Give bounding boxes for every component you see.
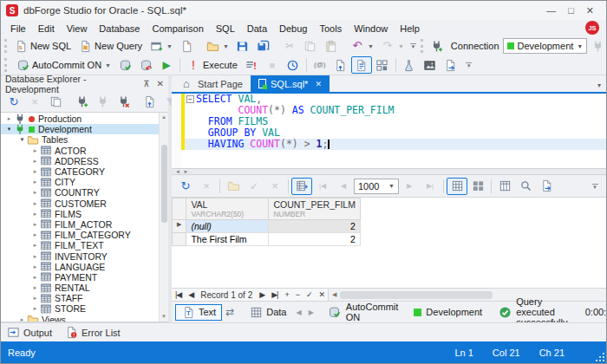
tree-item-payment[interactable]: ▸PAYMENT [1,272,159,283]
autocommit-toggle-button[interactable]: AutoCommit ON▼ [12,56,114,74]
tree-item-category[interactable]: ▸CATEGORY [1,166,159,177]
menu-sql[interactable]: SQL [210,22,241,36]
cancel-edits-button[interactable]: × [264,178,285,195]
menu-edit[interactable]: Edit [32,22,61,36]
pagination-toggle-button[interactable] [291,178,312,195]
new-document-button[interactable]: * [176,37,197,55]
scroll-thumb[interactable] [161,145,167,223]
tab-start-page[interactable]: ⌂Start Page [172,75,251,92]
new-connection-button[interactable] [427,37,447,55]
horizontal-splitter[interactable]: ◄ ► [172,168,606,175]
tab-list-icon[interactable]: ▾ [597,81,606,92]
connect-button[interactable] [92,94,113,111]
grid-cell[interactable]: (null) [186,220,269,233]
prev-result-icon[interactable]: ◀ [293,309,305,316]
menu-database[interactable]: Database [93,22,146,36]
swap-views-icon[interactable]: ⇄ [222,306,238,318]
refresh-data-button[interactable]: ↻ [175,178,196,195]
rollback-button[interactable]: ↶ [135,56,156,74]
stop-fetch-button[interactable]: × [196,178,217,195]
close-tab-icon[interactable]: ✕ [315,80,322,88]
stop-button[interactable]: ■ [262,56,283,74]
prev-record-icon[interactable]: ◀ [185,290,197,299]
column-header-count_per_film[interactable]: COUNT_PER_FILMNUMBER [269,198,361,220]
tree-item-store[interactable]: ▸STORE [1,303,159,314]
toolbar-overflow-icon[interactable]: ▼ [590,184,600,189]
snippet-manager-button[interactable]: (@) [310,56,330,74]
pin-icon[interactable]: ⊼ [143,79,149,88]
column-header-val[interactable]: VALVARCHAR2(50) [186,198,269,220]
document-outline-button[interactable] [351,56,372,74]
maximize-button[interactable]: □ [568,4,574,16]
tab-sql-sql-[interactable]: SQL.sql*✕ [251,75,330,92]
scroll-up-icon[interactable]: ▲ [161,113,166,122]
tree-item-city[interactable]: ▸CITY [1,177,159,187]
commit-button[interactable] [114,56,135,74]
menu-file[interactable]: File [4,22,32,36]
tree-item-customer[interactable]: ▸CUSTOMER [1,198,159,209]
close-button[interactable]: ✕ [586,4,594,16]
first-record-icon[interactable]: |◀ [172,290,185,299]
toolbar-grip[interactable] [4,39,7,53]
row-indicator[interactable] [173,233,186,246]
last-record-icon[interactable]: ▶| [268,290,281,299]
scroll-down-icon[interactable]: ▼ [161,312,166,322]
save-button[interactable] [232,37,253,55]
row-indicator[interactable]: ▶ [173,220,186,233]
copy-button[interactable] [300,37,321,55]
post-edit-icon[interactable]: ✓ [303,290,316,299]
tree-scrollbar[interactable]: ▲ ▼ [159,113,168,322]
next-page-button[interactable]: ▶ [399,178,420,195]
tree-item-film-text[interactable]: ▸FILM_TEXT [1,240,159,250]
new-window-button[interactable]: ▼ [146,37,176,55]
insert-record-icon[interactable]: + [281,290,291,299]
column-visibility-button[interactable] [494,178,515,195]
toolbar-grip[interactable] [4,58,9,72]
tree-item-staff[interactable]: ▸STAFF [1,293,159,303]
paste-button[interactable] [321,37,342,55]
menu-help[interactable]: Help [394,22,426,36]
tree-item-film-actor[interactable]: ▸FILM_ACTOR [1,219,159,230]
tree-item-films[interactable]: ▸FILMS [1,209,159,219]
page-size-select[interactable]: 1000▼ [354,179,399,194]
run-button[interactable]: ▶ [156,56,177,74]
apply-edits-button[interactable]: ✓ [244,178,264,195]
toolbar-overflow-icon[interactable]: ▼ [464,62,474,68]
new-sql-button[interactable]: SNew SQL [10,37,75,55]
menu-window[interactable]: Window [348,22,394,36]
cut-button[interactable]: ✂ [279,37,300,55]
toolbar-overflow-icon[interactable]: ▼ [410,43,416,49]
data-view-tab[interactable]: Data [243,304,292,321]
scroll-left-icon[interactable]: ◀ [329,291,340,298]
tree-item-film-category[interactable]: ▸FILM_CATEGORY [1,230,159,240]
menu-tools[interactable]: Tools [313,22,348,36]
next-record-icon[interactable]: ▶ [256,290,268,299]
find-in-grid-button[interactable] [515,178,536,195]
first-page-button[interactable]: |◀ [312,178,333,195]
tree-item-views[interactable]: ▸Views [1,315,159,322]
refresh-button[interactable]: ↻ [3,94,24,111]
refresh-object-button[interactable] [139,94,160,111]
tree-item-address[interactable]: ▸ADDRESS [1,156,159,166]
menu-data[interactable]: Data [241,22,273,36]
next-result-icon[interactable]: ▶ [305,309,317,316]
duplicate-button[interactable] [45,94,66,111]
minimize-button[interactable]: — [546,4,556,16]
tree-item-rental[interactable]: ▸RENTAL [1,283,159,293]
menu-view[interactable]: View [61,22,94,36]
grid-cell[interactable]: 2 [269,220,361,233]
connect-button[interactable] [587,37,607,55]
tree-item-language[interactable]: ▸LANGUAGE [1,262,159,272]
cancel-edit-icon[interactable]: ✕ [316,290,329,299]
grid-cell[interactable]: 2 [269,233,361,246]
text-view-tab[interactable]: T Text [175,304,222,321]
sql-editor[interactable]: −SELECT VAL, COUNT(*) AS COUNT_PER_FILM … [172,94,606,168]
close-panel-icon[interactable]: ✕ [157,79,164,88]
disconnect-button[interactable] [113,94,134,111]
account-badge[interactable]: JS [585,21,599,35]
fold-toggle-icon[interactable]: − [185,95,196,103]
hscroll-thumb[interactable] [340,291,493,299]
execute-button[interactable]: !Execute [183,56,241,74]
menu-comparison[interactable]: Comparison [146,22,209,36]
connection-status[interactable]: Development [408,307,487,317]
